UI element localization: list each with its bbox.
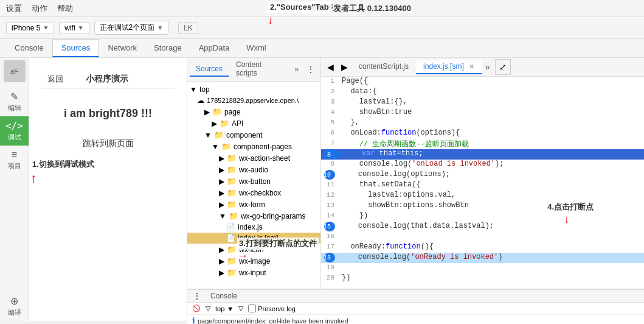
project-icon: ≡ <box>12 149 17 160</box>
tree-label-audio: wx-audio <box>239 166 268 174</box>
line-num-15[interactable]: 15 <box>324 222 335 231</box>
code-line-5: 5 }, <box>321 118 644 129</box>
menu-item-help[interactable]: 帮助 <box>57 3 73 14</box>
file-icon-index-sm: 📄 <box>226 234 235 242</box>
console-tab-label[interactable]: Console <box>204 290 243 302</box>
tree-item-wx-image[interactable]: ▶ 📁 wx-image <box>187 255 320 267</box>
page-selector[interactable]: 正在调试2个页面 ▼ <box>94 21 169 35</box>
sidebar-item-debug[interactable]: </> 调试 <box>0 116 29 146</box>
sim-link[interactable]: 跳转到新页面 <box>83 138 134 149</box>
tab-appdata[interactable]: AppData <box>190 40 238 57</box>
tree-item-component[interactable]: ▼ 📁 component <box>187 129 320 141</box>
tree-label-icon: wx-icon <box>239 245 264 254</box>
console-toolbar: 🚫 ▽ top ▼ ▽ Preserve log <box>187 303 644 315</box>
folder-arrow-go: ▼ <box>219 212 226 220</box>
sources-menu-icon[interactable]: ⋮ <box>303 63 318 76</box>
line-num-8[interactable]: 8 <box>324 149 339 159</box>
sidebar-item-compile[interactable]: ⊕ 编译 <box>0 292 29 321</box>
device-name: iPhone 5 <box>12 24 40 32</box>
tab-console[interactable]: Console <box>6 40 52 57</box>
folder-icon-page: 📁 <box>212 107 222 116</box>
tab-sources[interactable]: Sources <box>52 39 100 57</box>
tree-label-comp-pages: component-pages <box>234 143 292 151</box>
sidebar-edit-label: 编辑 <box>8 104 21 113</box>
tree-item-wx-input[interactable]: ▶ 📁 wx-input <box>187 267 320 278</box>
console-menu-icon[interactable]: ⋮ <box>190 290 204 302</box>
file-icon-index: 📄 <box>226 223 235 231</box>
sources-tab-more[interactable]: » <box>291 63 302 76</box>
sidebar-item-project[interactable]: ≡ 项目 <box>0 146 29 174</box>
folder-arrow-checkbox: ▶ <box>219 189 224 197</box>
line-content-14: }) <box>339 211 644 220</box>
folder-arrow-image: ▶ <box>219 257 224 266</box>
line-content-9: console.log('onLoad is invoked'); <box>339 160 644 168</box>
code-area[interactable]: 1 Page({ 2 data:{ 3 lastval:{}, 4 showB <box>321 77 644 308</box>
sidebar-debug-label: 调试 <box>8 133 21 142</box>
folder-icon-audio: 📁 <box>227 165 237 174</box>
editor-tab-more[interactable]: » <box>482 60 494 74</box>
line-num-10[interactable]: 10 <box>324 170 335 180</box>
sources-tab-sources[interactable]: Sources <box>190 62 229 77</box>
line-content-20: }) <box>339 273 644 282</box>
console-clear-icon[interactable]: 🚫 <box>192 305 201 312</box>
tab-wxml[interactable]: Wxml <box>238 40 275 57</box>
console-filter-icon[interactable]: ▽ <box>206 305 210 312</box>
device-selector[interactable]: iPhone 5 ▼ <box>6 22 54 34</box>
tab-network[interactable]: Network <box>99 40 145 57</box>
preserve-log-checkbox[interactable]: Preserve log <box>248 305 296 312</box>
editor-tabs: ◀ ▶ contentScript.js index.js [sm] ✕ » ⤢ <box>321 58 644 77</box>
editor-nav-back[interactable]: ◀ <box>324 60 338 74</box>
code-line-3: 3 lastval:{}, <box>321 97 644 108</box>
tree-item-service[interactable]: ☁ 1785218829.appservice.open.\ <box>187 95 320 106</box>
tree-item-wx-go[interactable]: ▼ 📁 wx-go-bring-params <box>187 210 320 222</box>
page-arrow-icon: ▼ <box>157 24 163 31</box>
tree-label-service: 1785218829.appservice.open.\ <box>207 97 299 104</box>
tree-item-wx-action-sheet[interactable]: ▶ 📁 wx-action-sheet <box>187 152 320 164</box>
tree-item-page[interactable]: ▶ 📁 page <box>187 106 320 118</box>
line-content-5: }, <box>339 118 644 127</box>
folder-icon-api: 📁 <box>220 119 229 128</box>
tree-item-index-js-sm[interactable]: 📄 index.js [sm] <box>187 233 320 244</box>
tab-storage[interactable]: Storage <box>145 40 190 57</box>
tree-label-index-js-sm: index.js [sm] <box>238 234 279 242</box>
sim-main-text: i am bright789 !!! <box>64 107 152 120</box>
editor-tab-index-sm[interactable]: index.js [sm] ✕ <box>416 60 482 74</box>
sidebar-item-edit[interactable]: ✎ 编辑 <box>0 87 29 116</box>
tree-item-wx-button[interactable]: ▶ 📁 wx-button <box>187 175 320 187</box>
editor-nav-forward[interactable]: ▶ <box>338 60 351 74</box>
lk-button[interactable]: LK <box>178 22 198 34</box>
line-content-3: lastval:{}, <box>339 97 644 106</box>
editor-tab-content-script[interactable]: contentScript.js <box>351 60 416 74</box>
main-layout: aF ✎ 编辑 </> 调试 ≡ 项目 ⊕ 编译 返回 <box>0 58 644 321</box>
code-line-19: 19 <box>321 263 644 273</box>
tree-item-wx-icon[interactable]: ▶ 📁 wx-icon <box>187 244 320 255</box>
sources-tab-content[interactable]: Content scripts <box>230 58 289 81</box>
editor-expand-button[interactable]: ⤢ <box>495 59 511 75</box>
tree-item-index-js[interactable]: 📄 index.js <box>187 222 320 233</box>
avatar: aF <box>4 60 26 82</box>
preserve-log-input[interactable] <box>248 305 256 312</box>
devtools-tabs: Console Sources Network Storage AppData … <box>0 39 644 58</box>
sim-back-button[interactable]: 返回 <box>47 74 63 85</box>
menu-item-actions[interactable]: 动作 <box>32 3 47 14</box>
app-title: 微信开发者工具 0.12.130400 <box>83 3 638 14</box>
tree-label-form: wx-form <box>239 200 265 209</box>
menu-item-settings[interactable]: 设置 <box>6 3 22 14</box>
console-bottom-panel: ⋮ Console 🚫 ▽ top ▼ ▽ Preserve log ℹ pag… <box>187 289 644 324</box>
folder-icon-input: 📁 <box>227 268 237 277</box>
tree-item-wx-form[interactable]: ▶ 📁 wx-form <box>187 199 320 210</box>
editor-tab-close[interactable]: ✕ <box>469 63 474 71</box>
tree-label-checkbox: wx-checkbox <box>239 189 281 197</box>
menu-bar: 设置 动作 帮助 微信开发者工具 0.12.130400 <box>0 0 644 17</box>
folder-arrow-comp-pages: ▼ <box>212 143 219 151</box>
tree-item-api[interactable]: ▶ 📁 API <box>187 118 320 129</box>
tree-item-component-pages[interactable]: ▼ 📁 component-pages <box>187 141 320 152</box>
network-selector[interactable]: wifi ▼ <box>59 22 89 34</box>
tree-item-wx-audio[interactable]: ▶ 📁 wx-audio <box>187 164 320 175</box>
console-top-select[interactable]: top ▼ <box>215 305 234 312</box>
tree-item-top[interactable]: ▼ top <box>187 84 320 95</box>
sidebar: aF ✎ 编辑 </> 调试 ≡ 项目 ⊕ 编译 <box>0 58 29 321</box>
tree-item-wx-checkbox[interactable]: ▶ 📁 wx-checkbox <box>187 187 320 199</box>
line-num-18[interactable]: 18 <box>324 253 335 262</box>
code-line-16: 16 <box>321 232 644 242</box>
